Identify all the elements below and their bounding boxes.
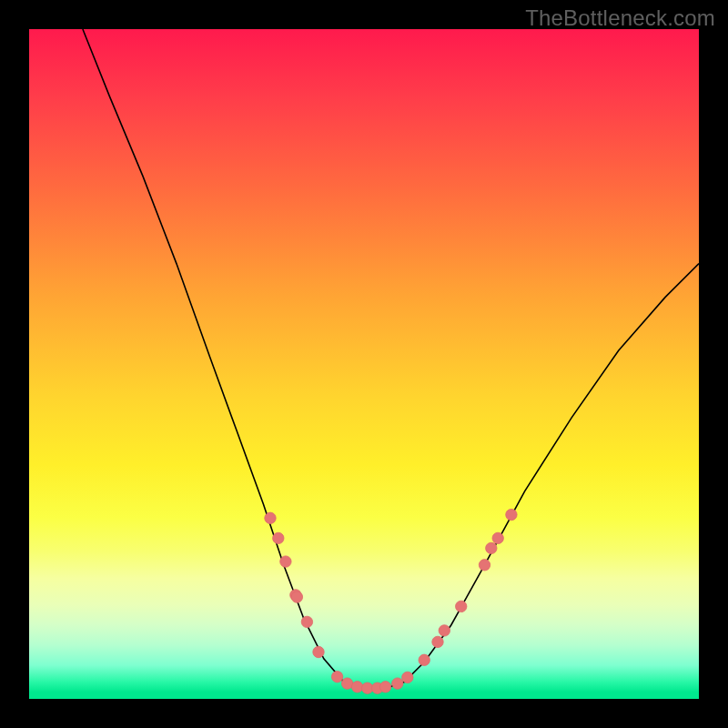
marker-dot [479, 560, 490, 571]
chart-svg [29, 29, 699, 699]
marker-dot [419, 654, 430, 665]
marker-dot [456, 601, 467, 612]
marker-dot [362, 682, 373, 693]
plot-area [29, 29, 699, 699]
watermark-text: TheBottleneck.com [525, 5, 715, 31]
marker-dot [379, 682, 390, 693]
marker-dot [273, 532, 284, 543]
bottleneck-curve [83, 29, 699, 689]
marker-dot [486, 542, 497, 553]
marker-dots [265, 509, 517, 693]
marker-dot [280, 556, 291, 567]
marker-dot [402, 672, 413, 682]
marker-dot [301, 616, 312, 627]
marker-dot [265, 512, 276, 523]
marker-dot [392, 678, 403, 689]
marker-dot [341, 678, 352, 689]
marker-dot [492, 532, 503, 543]
marker-dot [313, 646, 324, 657]
marker-dot [439, 625, 450, 636]
marker-dot [506, 509, 517, 520]
marker-dot [291, 592, 302, 602]
chart-frame: TheBottleneck.com [0, 0, 728, 728]
marker-dot [331, 672, 342, 682]
marker-dot [351, 682, 362, 693]
marker-dot [432, 636, 443, 647]
